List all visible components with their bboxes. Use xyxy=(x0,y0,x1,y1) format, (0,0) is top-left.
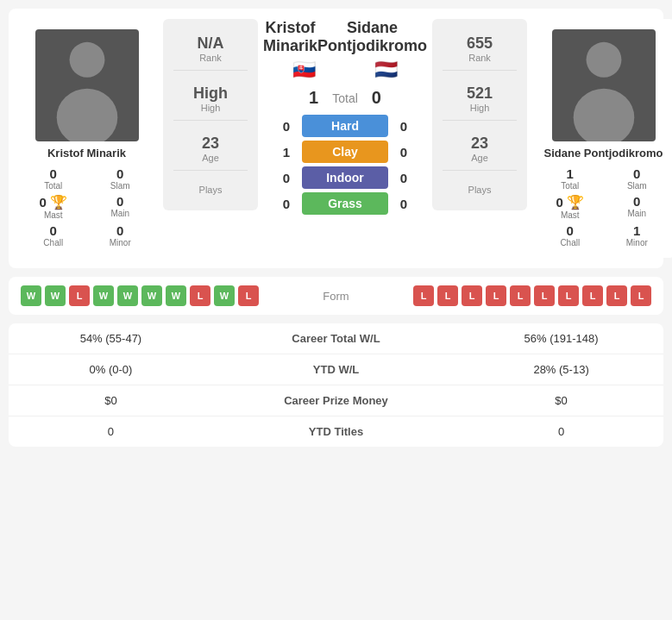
right-rank-block: 655 Rank xyxy=(443,28,517,71)
right-age-block: 23 Age xyxy=(443,128,517,171)
right-player-avatar xyxy=(552,29,656,141)
form-badge-right: L xyxy=(486,285,506,306)
form-badge-right: L xyxy=(413,285,434,306)
left-high-block: High High xyxy=(173,78,248,121)
flags-row: 🇸🇰 🇳🇱 xyxy=(263,59,427,81)
form-section: WWLWWWWLWL Form LLLLLLLLLL xyxy=(9,277,663,315)
stats-center-label: YTD W/L xyxy=(201,363,471,376)
stats-left-val: 54% (55-47) xyxy=(21,332,201,345)
main-container: Kristof Minarik 0 Total 0 Slam 0 🏆 Mast xyxy=(0,0,672,455)
right-stat-slam: 0 Slam xyxy=(608,166,667,191)
left-plays-block: Plays xyxy=(173,178,248,202)
stats-row: 0% (0-0) YTD W/L 28% (5-13) xyxy=(9,354,663,385)
form-badge-left: W xyxy=(93,285,114,306)
grass-button[interactable]: Grass xyxy=(302,192,388,215)
surface-rows: 0 Hard 0 1 Clay 0 0 Indoor 0 0 Grass xyxy=(278,115,412,215)
left-player-card: Kristof Minarik 0 Total 0 Slam 0 🏆 Mast xyxy=(16,19,158,258)
form-badge-right: L xyxy=(582,285,603,306)
form-badge-right: L xyxy=(631,285,651,306)
left-stats-panel: N/A Rank High High 23 Age Plays xyxy=(163,19,258,210)
stats-row: 54% (55-47) Career Total W/L 56% (191-14… xyxy=(9,323,663,354)
surface-row-indoor: 0 Indoor 0 xyxy=(278,166,412,189)
form-badge-right: L xyxy=(534,285,555,306)
indoor-button[interactable]: Indoor xyxy=(302,166,388,189)
stats-left-val: 0% (0-0) xyxy=(21,363,201,376)
stats-row: $0 Career Prize Money $0 xyxy=(9,385,663,416)
form-badge-left: L xyxy=(190,285,210,306)
right-form-badges: LLLLLLLLLL xyxy=(413,285,651,306)
right-stat-minor: 1 Minor xyxy=(608,223,667,247)
top-section: Kristof Minarik 0 Total 0 Slam 0 🏆 Mast xyxy=(9,9,663,268)
stats-right-val: 0 xyxy=(471,425,651,438)
form-badge-left: W xyxy=(21,285,41,306)
stats-row: 0 YTD Titles 0 xyxy=(9,416,663,447)
stats-center-label: Career Prize Money xyxy=(201,394,471,407)
left-age-block: 23 Age xyxy=(173,128,248,171)
stats-center-label: YTD Titles xyxy=(201,425,471,438)
right-stat-chall: 0 Chall xyxy=(541,223,600,247)
form-badge-left: W xyxy=(117,285,138,306)
left-stat-main: 0 Main xyxy=(91,194,150,220)
left-stat-mast: 0 🏆 Mast xyxy=(24,194,83,220)
svg-point-4 xyxy=(586,42,621,78)
right-flag: 🇳🇱 xyxy=(374,59,398,81)
stats-right-val: 28% (5-13) xyxy=(471,363,651,376)
right-stats-grid: 1 Total 0 Slam 0 🏆 Mast 0 Main xyxy=(541,166,666,247)
stats-right-val: $0 xyxy=(471,394,651,407)
hard-button[interactable]: Hard xyxy=(302,115,388,137)
left-player-avatar xyxy=(35,29,139,141)
surface-row-hard: 0 Hard 0 xyxy=(278,115,412,137)
right-stat-main: 0 Main xyxy=(608,194,667,220)
left-stat-slam: 0 Slam xyxy=(91,166,150,191)
form-badge-right: L xyxy=(437,285,458,306)
left-stat-chall: 0 Chall xyxy=(24,223,83,247)
left-form-badges: WWLWWWWLWL xyxy=(21,285,259,306)
left-stat-total: 0 Total xyxy=(24,166,83,191)
left-stat-minor: 0 Minor xyxy=(91,223,150,247)
stats-left-val: $0 xyxy=(21,394,201,407)
clay-button[interactable]: Clay xyxy=(302,141,388,163)
right-plays-block: Plays xyxy=(443,178,517,202)
right-stat-total: 1 Total xyxy=(541,166,600,191)
form-badge-left: L xyxy=(69,285,90,306)
center-col: Kristof Minarik Sidane Pontjodikromo 🇸🇰 … xyxy=(263,19,427,215)
right-high-block: 521 High xyxy=(443,78,517,121)
form-label: Form xyxy=(267,290,405,303)
names-row: Kristof Minarik Sidane Pontjodikromo xyxy=(263,19,427,55)
stats-right-val: 56% (191-148) xyxy=(471,332,651,345)
left-name-header: Kristof Minarik xyxy=(263,19,317,55)
form-badge-left: W xyxy=(141,285,162,306)
total-left-score: 1 xyxy=(309,88,318,108)
right-player-card: Sidane Pontjodikromo 1 Total 0 Slam 0 🏆 … xyxy=(532,19,672,258)
surface-row-clay: 1 Clay 0 xyxy=(278,141,412,163)
svg-point-1 xyxy=(69,42,104,78)
left-flag: 🇸🇰 xyxy=(292,59,316,81)
form-badge-right: L xyxy=(606,285,627,306)
form-badge-left: L xyxy=(238,285,259,306)
left-player-name: Kristof Minarik xyxy=(47,147,126,160)
form-badge-right: L xyxy=(510,285,531,306)
right-trophy-icon: 🏆 xyxy=(567,194,584,210)
form-badge-left: W xyxy=(166,285,186,306)
left-stats-grid: 0 Total 0 Slam 0 🏆 Mast 0 Main xyxy=(24,166,149,247)
right-player-name: Sidane Pontjodikromo xyxy=(544,147,663,160)
left-rank-block: N/A Rank xyxy=(173,28,248,71)
form-badge-left: W xyxy=(45,285,66,306)
stats-table: 54% (55-47) Career Total W/L 56% (191-14… xyxy=(9,323,663,447)
right-stat-mast: 0 🏆 Mast xyxy=(541,194,600,220)
right-name-header: Sidane Pontjodikromo xyxy=(317,19,427,55)
stats-center-label: Career Total W/L xyxy=(201,332,471,345)
form-badge-right: L xyxy=(558,285,579,306)
stats-left-val: 0 xyxy=(21,425,201,438)
right-stats-panel: 655 Rank 521 High 23 Age Plays xyxy=(432,19,527,210)
form-badge-right: L xyxy=(462,285,482,306)
total-score-row: 1 Total 0 xyxy=(309,88,381,108)
surface-row-grass: 0 Grass 0 xyxy=(278,192,412,215)
left-trophy-icon: 🏆 xyxy=(50,194,67,210)
total-label: Total xyxy=(332,91,358,105)
form-badge-left: W xyxy=(214,285,235,306)
total-right-score: 0 xyxy=(372,88,381,108)
